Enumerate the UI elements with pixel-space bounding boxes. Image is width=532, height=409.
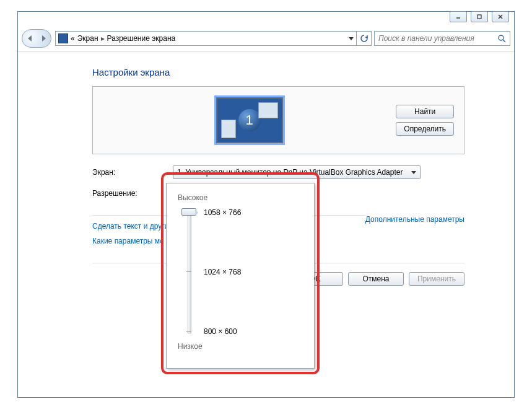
address-dropdown-icon[interactable] [345,37,354,40]
slider-option: 800 × 600 [204,327,237,336]
slider-track[interactable] [188,211,191,333]
slider-option: 1024 × 768 [204,268,241,276]
slider-high-label: Высокое [178,193,303,202]
close-button[interactable] [492,11,509,22]
address-bar[interactable]: « Экран ▸ Разрешение экрана [55,31,357,46]
breadcrumb-item[interactable]: Разрешение экрана [107,34,176,43]
svg-rect-1 [477,15,481,19]
slider-low-label: Низкое [178,342,303,351]
resolution-slider-popup: Высокое 1058 × 766 1024 × 768 800 × 600 … [166,183,315,369]
display-label: Экран: [92,168,173,177]
minimize-button[interactable] [450,11,467,22]
maximize-button[interactable] [471,11,488,22]
identify-button[interactable]: Определить [396,122,454,136]
cancel-button[interactable]: Отмена [348,272,404,286]
resolution-label: Разрешение: [92,189,173,198]
which-settings-link[interactable]: Какие параметры мо [92,237,164,245]
resolution-slider[interactable]: 1058 × 766 1024 × 768 800 × 600 [183,207,303,337]
text-size-link[interactable]: Сделать текст и другие [92,222,173,231]
monitor-number: 1 [238,109,261,131]
control-panel-icon [58,33,68,43]
breadcrumb-item[interactable]: Экран [77,34,98,43]
search-input[interactable] [378,34,497,43]
slider-thumb[interactable] [181,208,196,216]
advanced-settings-link[interactable]: Дополнительные параметры [365,215,464,224]
display-combo[interactable]: 1. Универсальный монитор не PnP на Virtu… [173,165,421,179]
search-icon[interactable] [497,34,506,43]
find-button[interactable]: Найти [396,105,454,118]
chevron-down-icon [411,171,416,174]
search-bar[interactable] [374,31,510,46]
nav-bar: « Экран ▸ Разрешение экрана [18,28,514,49]
page-title: Настройки экрана [92,67,464,77]
breadcrumb-separator-icon: ▸ [101,34,105,43]
monitor-preview-box: 1 Найти Определить [92,86,464,154]
display-combo-value: 1. Универсальный монитор не PnP на Virtu… [177,168,408,177]
refresh-button[interactable] [357,31,372,46]
breadcrumb-prefix: « [71,34,75,43]
monitor-thumbnail[interactable]: 1 [216,97,284,144]
nav-back-forward[interactable] [22,29,51,48]
slider-option: 1058 × 766 [204,208,241,217]
apply-button[interactable]: Применить [409,272,464,286]
svg-line-5 [503,40,505,42]
svg-point-4 [499,35,504,40]
